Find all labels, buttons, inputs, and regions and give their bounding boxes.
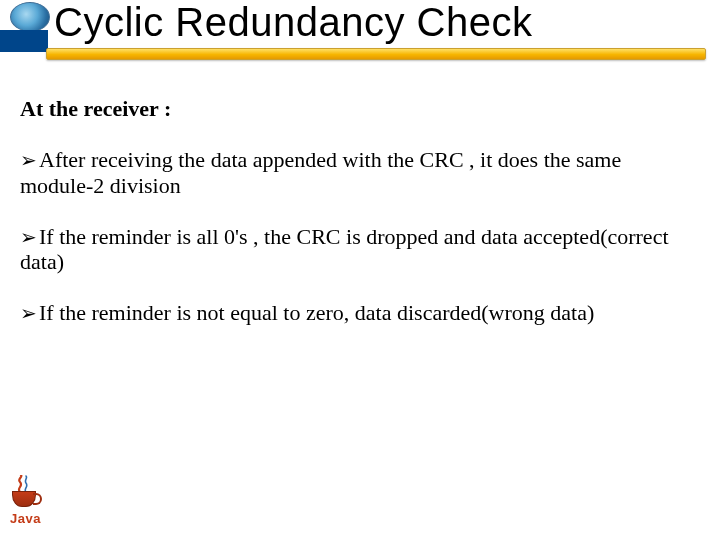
bullet-text: If the reminder is not equal to zero, da… <box>39 300 594 325</box>
cup-icon <box>10 491 40 509</box>
section-heading: At the receiver : <box>20 96 698 121</box>
cup-handle <box>33 493 42 505</box>
bullet-item: ➢If the reminder is all 0's , the CRC is… <box>20 224 698 275</box>
java-logo-text: Java <box>10 511 60 526</box>
slide: Cyclic Redundancy Check At the receiver … <box>0 0 720 540</box>
bullet-arrow-icon: ➢ <box>20 227 37 247</box>
bullet-item: ➢If the reminder is not equal to zero, d… <box>20 300 698 325</box>
slide-body: At the receiver : ➢After receiving the d… <box>20 96 698 352</box>
bullet-arrow-icon: ➢ <box>20 303 37 323</box>
corner-accent <box>0 30 48 52</box>
bullet-item: ➢After receiving the data appended with … <box>20 147 698 198</box>
bullet-arrow-icon: ➢ <box>20 150 37 170</box>
globe-icon <box>10 2 50 32</box>
bullet-text: If the reminder is all 0's , the CRC is … <box>20 224 669 274</box>
slide-title: Cyclic Redundancy Check <box>54 0 532 45</box>
java-logo: Java <box>10 475 60 526</box>
title-underline-bar <box>46 48 706 60</box>
bullet-text: After receiving the data appended with t… <box>20 147 621 197</box>
